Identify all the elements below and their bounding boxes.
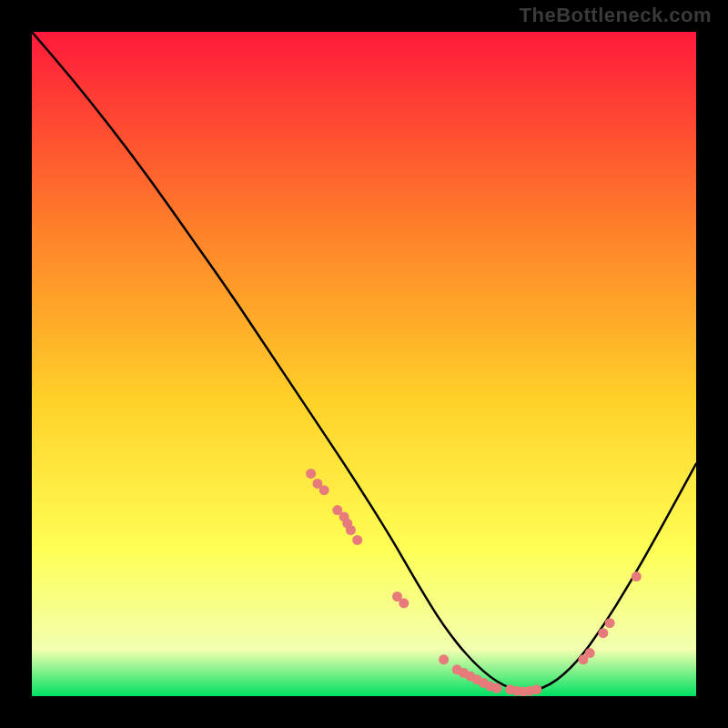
data-marker bbox=[319, 485, 329, 495]
data-marker bbox=[492, 683, 502, 693]
watermark-text: TheBottleneck.com bbox=[520, 4, 712, 27]
data-marker bbox=[598, 628, 608, 638]
data-marker bbox=[352, 535, 362, 545]
chart-svg bbox=[32, 32, 696, 696]
data-marker bbox=[346, 525, 356, 535]
gradient-background bbox=[32, 32, 696, 696]
data-marker bbox=[632, 571, 642, 581]
data-marker bbox=[399, 598, 409, 608]
data-marker bbox=[306, 469, 316, 479]
chart-container: TheBottleneck.com bbox=[0, 0, 728, 728]
data-marker bbox=[585, 648, 595, 658]
plot-area bbox=[32, 32, 696, 696]
data-marker bbox=[439, 654, 449, 664]
data-marker bbox=[531, 684, 541, 694]
data-marker bbox=[605, 618, 615, 628]
